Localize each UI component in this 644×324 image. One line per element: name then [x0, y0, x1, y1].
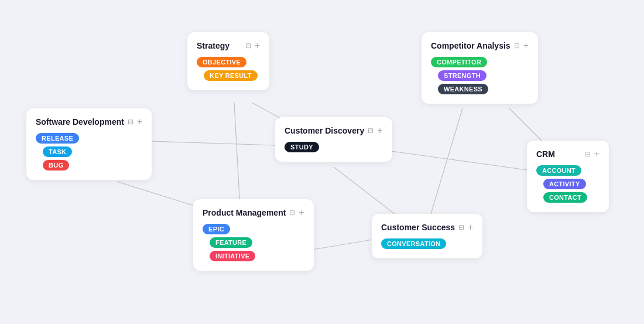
tag-epic[interactable]: EPIC [203, 224, 230, 234]
product-add-icon[interactable]: + [299, 207, 304, 218]
tag-study[interactable]: STUDY [285, 142, 319, 152]
software-tags: RELEASE TASK BUG [36, 133, 142, 170]
tag-weakness[interactable]: WEAKNESS [438, 84, 488, 94]
strategy-settings-icon[interactable]: ⊟ [245, 42, 251, 50]
tag-bug[interactable]: BUG [43, 160, 69, 170]
tag-conversation[interactable]: CONVERSATION [381, 238, 446, 249]
tag-initiative[interactable]: INITIATIVE [210, 251, 255, 261]
crm-card: CRM ⊟ + ACCOUNT ACTIVITY CONTACT [527, 141, 609, 212]
crm-tags: ACCOUNT ACTIVITY CONTACT [536, 165, 600, 203]
product-card-header: Product Management ⊟ + [203, 207, 304, 218]
tag-task[interactable]: TASK [43, 146, 72, 157]
customer-success-card: Customer Success ⊟ + CONVERSATION [372, 214, 482, 258]
competitor-card: Competitor Analysis ⊟ + COMPETITOR STREN… [422, 32, 538, 104]
tag-key-result[interactable]: KEY RESULT [204, 70, 258, 81]
tag-activity[interactable]: ACTIVITY [543, 179, 586, 189]
tag-strength[interactable]: STRENGTH [438, 70, 487, 81]
svg-line-4 [427, 108, 463, 226]
tag-account[interactable]: ACCOUNT [536, 165, 581, 176]
tag-contact[interactable]: CONTACT [543, 192, 587, 203]
customer-succ-title: Customer Success [381, 223, 455, 232]
customer-disc-settings-icon[interactable]: ⊟ [368, 127, 374, 135]
strategy-card-header: Strategy ⊟ + [197, 40, 260, 51]
software-card: Software Development ⊟ + RELEASE TASK BU… [26, 108, 152, 180]
product-title: Product Management [203, 208, 286, 217]
crm-title: CRM [536, 149, 581, 159]
competitor-settings-icon[interactable]: ⊟ [514, 42, 520, 50]
product-tags: EPIC FEATURE INITIATIVE [203, 224, 304, 261]
customer-succ-add-icon[interactable]: + [468, 222, 473, 233]
canvas: Strategy ⊟ + OBJECTIVE KEY RESULT Compet… [0, 0, 644, 324]
competitor-card-header: Competitor Analysis ⊟ + [431, 40, 529, 51]
customer-succ-settings-icon[interactable]: ⊟ [458, 223, 464, 231]
competitor-title: Competitor Analysis [431, 41, 511, 50]
customer-disc-card-header: Customer Discovery ⊟ + [285, 125, 383, 136]
competitor-add-icon[interactable]: + [523, 40, 529, 51]
crm-settings-icon[interactable]: ⊟ [585, 150, 591, 158]
customer-disc-tags: STUDY [285, 142, 383, 152]
tag-objective[interactable]: OBJECTIVE [197, 57, 246, 67]
customer-discovery-card: Customer Discovery ⊟ + STUDY [275, 117, 392, 162]
svg-line-8 [135, 141, 275, 145]
software-add-icon[interactable]: + [137, 117, 142, 127]
tag-feature[interactable]: FEATURE [210, 237, 252, 248]
strategy-add-icon[interactable]: + [255, 40, 260, 51]
crm-card-header: CRM ⊟ + [536, 149, 600, 159]
strategy-card: Strategy ⊟ + OBJECTIVE KEY RESULT [187, 32, 269, 90]
strategy-title: Strategy [197, 41, 242, 50]
svg-line-1 [234, 103, 240, 208]
software-card-header: Software Development ⊟ + [36, 117, 142, 127]
software-title: Software Development [36, 117, 124, 127]
tag-competitor[interactable]: COMPETITOR [431, 57, 487, 67]
customer-succ-card-header: Customer Success ⊟ + [381, 222, 473, 233]
tag-release[interactable]: RELEASE [36, 133, 79, 144]
product-card: Product Management ⊟ + EPIC FEATURE INIT… [193, 199, 314, 271]
customer-succ-tags: CONVERSATION [381, 238, 473, 249]
customer-disc-add-icon[interactable]: + [377, 125, 382, 136]
competitor-tags: COMPETITOR STRENGTH WEAKNESS [431, 57, 529, 94]
software-settings-icon[interactable]: ⊟ [128, 118, 133, 126]
crm-add-icon[interactable]: + [594, 149, 600, 159]
customer-disc-title: Customer Discovery [285, 126, 364, 135]
product-settings-icon[interactable]: ⊟ [289, 209, 295, 217]
strategy-tags: OBJECTIVE KEY RESULT [197, 57, 260, 81]
